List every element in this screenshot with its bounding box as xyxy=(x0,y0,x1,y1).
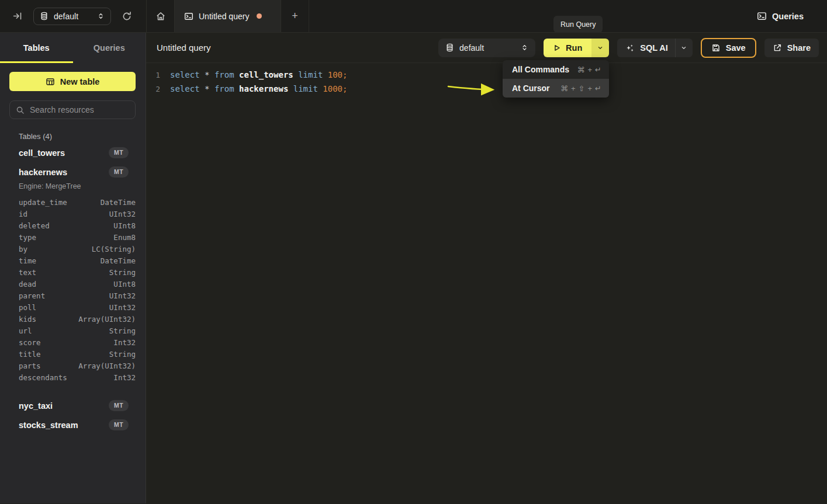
column-type: UInt8 xyxy=(113,280,136,289)
shortcut-key: ↵ xyxy=(595,84,601,93)
column-list: update_timeDateTimeidUInt32deletedUInt8t… xyxy=(0,194,146,389)
run-options-caret-button[interactable] xyxy=(591,39,609,57)
active-tab-underline xyxy=(0,61,73,63)
table-row[interactable]: cell_towersMT xyxy=(0,143,146,162)
column-type: LC(String) xyxy=(92,245,136,253)
share-button[interactable]: Share xyxy=(764,39,819,57)
column-row: deadUInt8 xyxy=(0,278,146,290)
main-area: Untitled query default xyxy=(146,33,827,503)
tables-section-title: Tables (4) xyxy=(19,132,136,141)
topbar-database-value: default xyxy=(54,12,92,21)
chevron-down-icon xyxy=(597,44,604,51)
share-icon xyxy=(773,43,782,53)
queries-icon xyxy=(757,11,767,21)
column-row: pollUInt32 xyxy=(0,301,146,313)
run-split-button: Run xyxy=(544,39,609,57)
spacer xyxy=(0,389,146,396)
sql-ai-button[interactable]: SQL AI xyxy=(617,39,675,57)
column-row: deletedUInt8 xyxy=(0,220,146,231)
share-button-label: Share xyxy=(787,43,811,53)
tables-list: cell_towersMThackernewsMTEngine: MergeTr… xyxy=(0,143,146,446)
run-button-label: Run xyxy=(566,43,582,53)
run-options-menu: All Commands⌘+↵At Cursor⌘+⇧+↵ xyxy=(503,60,609,98)
code-token: 1000 xyxy=(323,84,342,93)
new-table-button[interactable]: New table xyxy=(9,72,136,91)
engine-badge: MT xyxy=(109,147,129,158)
column-name: url xyxy=(19,326,32,335)
new-table-button-label: New table xyxy=(60,77,100,86)
app-window: default xyxy=(0,0,827,504)
column-row: titleString xyxy=(0,348,146,360)
sql-ai-split-button: SQL AI xyxy=(617,39,693,57)
chevron-updown-icon xyxy=(521,44,528,51)
column-type: DateTime xyxy=(101,256,136,265)
column-name: score xyxy=(19,338,41,347)
column-row: kidsArray(UInt32) xyxy=(0,313,146,325)
new-tab-icon: + xyxy=(292,10,298,22)
run-query-tooltip: Run Query xyxy=(553,16,603,33)
sidebar-tab-queries-label: Queries xyxy=(94,43,125,53)
shortcut-key: ⌘ xyxy=(577,65,585,74)
shortcut-key: ⇧ xyxy=(579,84,585,93)
home-button[interactable] xyxy=(146,0,174,32)
column-type: Int32 xyxy=(113,373,136,382)
engine-badge: MT xyxy=(109,400,129,411)
topbar-database-selector[interactable]: default xyxy=(33,8,111,25)
new-tab-button[interactable]: + xyxy=(281,0,309,32)
table-row[interactable]: nyc_taxiMT xyxy=(0,396,146,415)
column-name: deleted xyxy=(19,221,50,230)
chevron-updown-icon xyxy=(97,12,105,20)
header-database-selector[interactable]: default xyxy=(438,39,535,57)
column-type: Array(UInt32) xyxy=(78,362,136,370)
column-type: Int32 xyxy=(113,338,136,347)
shortcut-key: + xyxy=(588,65,593,74)
search-resources-input[interactable] xyxy=(30,105,136,114)
column-row: textString xyxy=(0,266,146,278)
engine-badge: MT xyxy=(109,419,129,430)
sql-ai-caret-button[interactable] xyxy=(675,39,693,57)
table-row[interactable]: stocks_streamMT xyxy=(0,415,146,435)
sidebar-tabs: Tables Queries xyxy=(0,33,146,63)
run-query-tooltip-text: Run Query xyxy=(560,20,596,29)
table-row[interactable]: hackernewsMT xyxy=(0,162,146,182)
column-type: Array(UInt32) xyxy=(78,315,136,324)
column-row: descendantsInt32 xyxy=(0,371,146,383)
table-name: nyc_taxi xyxy=(19,401,53,411)
save-icon xyxy=(711,43,721,53)
shortcut-key: ⌘ xyxy=(560,84,568,93)
column-row: scoreInt32 xyxy=(0,336,146,348)
menu-item-all-commands[interactable]: All Commands⌘+↵ xyxy=(503,60,609,79)
collapse-sidebar-button[interactable] xyxy=(12,10,24,22)
tab-untitled-query[interactable]: Untitled query xyxy=(174,0,281,32)
sidebar-tab-tables[interactable]: Tables xyxy=(0,33,73,63)
code-line[interactable]: 1select * from cell_towers limit 100; xyxy=(146,68,827,82)
page-title: Untitled query xyxy=(157,43,211,53)
run-button[interactable]: Run xyxy=(544,39,591,57)
code-line[interactable]: 2select * from hackernews limit 1000; xyxy=(146,82,827,96)
column-row: typeEnum8 xyxy=(0,231,146,243)
sparkles-icon xyxy=(625,43,635,53)
column-row: partsArray(UInt32) xyxy=(0,360,146,371)
save-button-label: Save xyxy=(726,43,746,53)
sidebar-tab-queries[interactable]: Queries xyxy=(73,33,146,63)
table-name: cell_towers xyxy=(19,148,65,158)
column-name: text xyxy=(19,268,36,277)
queries-button[interactable]: Queries xyxy=(757,0,827,32)
save-button[interactable]: Save xyxy=(701,38,756,58)
column-name: dead xyxy=(19,280,36,289)
home-icon xyxy=(155,11,166,22)
menu-item-at-cursor[interactable]: At Cursor⌘+⇧+↵ xyxy=(503,79,609,98)
column-type: DateTime xyxy=(101,198,136,207)
column-name: by xyxy=(19,245,27,253)
unsaved-indicator-dot xyxy=(257,13,262,19)
column-row: timeDateTime xyxy=(0,255,146,266)
code-token: * xyxy=(205,70,214,79)
collapse-sidebar-icon xyxy=(13,11,23,21)
sql-editor[interactable]: 1select * from cell_towers limit 100;2se… xyxy=(146,63,827,503)
column-row: idUInt32 xyxy=(0,208,146,220)
code-token: 100 xyxy=(328,70,342,79)
refresh-button[interactable] xyxy=(120,10,133,23)
column-type: Enum8 xyxy=(113,233,136,242)
shortcut-key: + xyxy=(571,84,576,93)
column-name: title xyxy=(19,350,41,359)
